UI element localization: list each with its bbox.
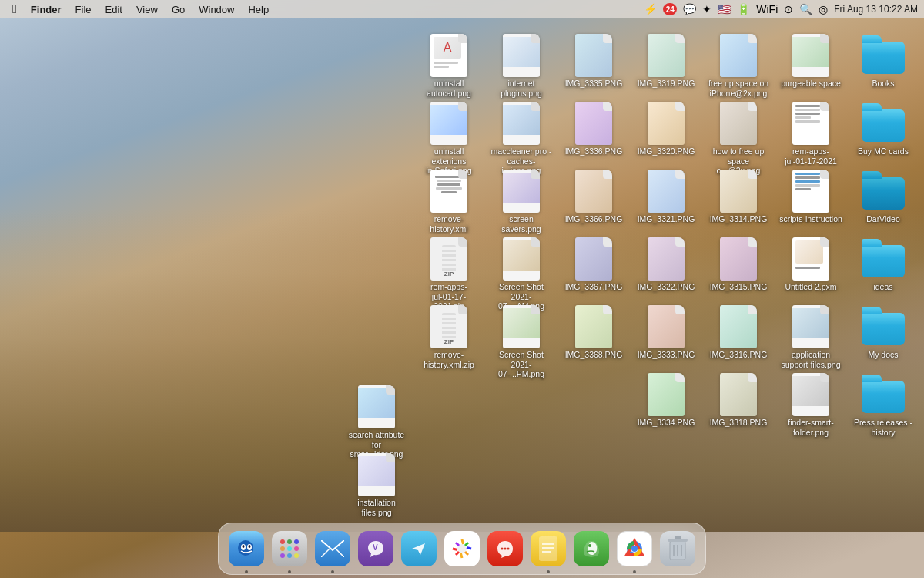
menu-left:  Finder File Edit View Go Window Help — [6, 2, 644, 17]
desktop-icon-screen-savers[interactable]: screen savers.png — [487, 166, 556, 234]
reeder-icon[interactable]: ⚡ — [644, 3, 657, 15]
desktop-icon-img-3334[interactable]: IMG_3334.PNG — [631, 370, 701, 438]
dock-item-photos[interactable] — [442, 529, 482, 569]
battery-icon[interactable]: 🔋 — [737, 3, 750, 15]
desktop-icon-darvideo[interactable]: DarVideo — [849, 166, 918, 234]
menu-bar:  Finder File Edit View Go Window Help ⚡… — [0, 0, 924, 18]
dock-item-chrome[interactable] — [614, 529, 654, 569]
desktop-icon-img-3321[interactable]: IMG_3321.PNG — [631, 166, 701, 234]
dock-item-finder[interactable] — [226, 529, 266, 569]
desktop-icon-uninstall-autocad[interactable]: A uninstallautocad.png — [414, 31, 484, 99]
svg-point-30 — [631, 546, 638, 552]
icon-col-3: IMG_3335.PNG IMG_3336.PNG IMG_3366.PNG I… — [559, 31, 628, 370]
svg-point-12 — [287, 553, 292, 558]
desktop-icon-img-3368[interactable]: IMG_3368.PNG — [559, 302, 628, 370]
svg-rect-23 — [539, 536, 557, 561]
svg-line-15 — [321, 549, 330, 557]
desktop-icon-img-3316[interactable]: IMG_3316.PNG — [704, 302, 773, 370]
desktop-icon-rem-apps-jul17[interactable]: rem-apps-jul-01-17-2021 — [776, 99, 845, 166]
dock-dot-launchpad — [288, 570, 291, 573]
desktop-icon-img-3318[interactable]: IMG_3318.PNG — [704, 370, 773, 438]
svg-point-6 — [287, 539, 292, 544]
dock-item-viber[interactable]: V — [356, 529, 396, 569]
svg-point-13 — [294, 553, 299, 558]
desktop-icon-img-3367[interactable]: IMG_3367.PNG — [559, 234, 628, 302]
messages-icon[interactable]: 💬 — [683, 3, 696, 15]
svg-point-5 — [280, 539, 285, 544]
dock-item-notes[interactable] — [528, 529, 568, 569]
siri-icon[interactable]: ◎ — [819, 3, 828, 15]
search-icon[interactable]: 🔍 — [799, 3, 812, 15]
desktop-icon-img-3335[interactable]: IMG_3335.PNG — [559, 31, 628, 99]
desktop-icon-img-3315[interactable]: IMG_3315.PNG — [704, 234, 773, 302]
desktop-icon-how-to-free-up[interactable]: how to free upspace o...@2x.png — [704, 99, 773, 166]
menu-right: ⚡ 24 💬 ✦ 🇺🇸 🔋 WiFi ⊙ 🔍 ◎ Fri Aug 13 10:2… — [644, 3, 918, 15]
desktop-icon-purgeable-space[interactable]: purgeable space — [776, 31, 845, 99]
svg-point-8 — [280, 546, 285, 551]
icon-col-6: purgeable space rem-apps-jul-01-17-20 — [776, 31, 845, 438]
desktop-icon-internet-plugins[interactable]: internetplugins.png — [487, 31, 556, 99]
desktop-icon-application-support[interactable]: applicationsupport files.png — [776, 302, 845, 370]
desktop-icon-screenshot-am[interactable]: Screen Shot2021-07-...AM.png — [487, 234, 556, 302]
desktop-icon-img-3319[interactable]: IMG_3319.PNG — [631, 31, 701, 99]
desktop-icon-img-3320[interactable]: IMG_3320.PNG — [631, 99, 701, 166]
menu-window[interactable]: Window — [192, 2, 240, 17]
desktop-icon-free-up-iphone[interactable]: free up space oniPhone@2x.png — [704, 31, 773, 99]
dock-dot-finder — [245, 570, 248, 573]
svg-point-7 — [294, 539, 299, 544]
dock-dot-mail — [331, 570, 334, 573]
icon-col-4: IMG_3319.PNG IMG_3320.PNG IMG_3321.PNG I… — [631, 31, 701, 438]
desktop-icon-img-3314[interactable]: IMG_3314.PNG — [704, 166, 773, 234]
control-center-icon[interactable]: ⊙ — [784, 3, 793, 15]
menu-help[interactable]: Help — [242, 2, 275, 17]
desktop-icon-rem-apps-zip[interactable]: ZIP rem-apps-jul-01-17-2021.zip — [414, 234, 484, 302]
desktop-icon-remove-history-xml[interactable]: remove-history.xml — [414, 166, 484, 234]
desktop-icon-installation[interactable]: installationfiles.png — [342, 450, 411, 518]
svg-point-11 — [280, 553, 285, 558]
desktop-icon-buy-mc-cards[interactable]: Buy MC cards — [849, 99, 918, 166]
desktop-icon-finder-smart-folder[interactable]: finder-smart-folder.png — [776, 370, 845, 438]
wifi-icon[interactable]: WiFi — [756, 3, 778, 15]
dock-item-launchpad[interactable] — [270, 529, 310, 569]
dock-item-speeko[interactable] — [485, 529, 525, 569]
menu-view[interactable]: View — [130, 2, 164, 17]
icon-col-2: internetplugins.png maccleaner pro -cach… — [487, 31, 556, 370]
desktop-icon-img-3322[interactable]: IMG_3322.PNG — [631, 234, 701, 302]
dock-item-evernote[interactable] — [571, 529, 611, 569]
dock-item-trash[interactable] — [658, 529, 698, 569]
svg-point-27 — [588, 544, 591, 547]
badge-icon[interactable]: 24 — [663, 3, 677, 15]
icon-col-7: Books Buy MC cards DarVideo — [849, 31, 918, 438]
desktop-icons: search attributefor smar...lder.png inst… — [0, 25, 924, 516]
svg-point-9 — [287, 546, 292, 551]
desktop-icon-my-docs[interactable]: My docs — [849, 302, 918, 370]
desktop-icon-press-releases-history[interactable]: Press releases -history — [849, 370, 918, 438]
desktop-icon-scripts-instruction[interactable]: scripts-instruction — [776, 166, 845, 234]
desktop-icon-uninstall-extensions[interactable]: uninstall extenionsin Safari.png — [414, 99, 484, 166]
flag-icon[interactable]: 🇺🇸 — [718, 3, 731, 15]
svg-point-10 — [294, 546, 299, 551]
desktop-icon-screenshot-pm[interactable]: Screen Shot2021-07-...PM.png — [487, 302, 556, 370]
dock-item-mail[interactable] — [313, 529, 353, 569]
desktop-icon-untitled2-pxm[interactable]: Untitled 2.pxm — [776, 234, 845, 302]
desktop-icon-ideas[interactable]: ideas — [849, 234, 918, 302]
dock-item-telegram[interactable] — [399, 529, 439, 569]
desktop-icon-img-3333[interactable]: IMG_3333.PNG — [631, 302, 701, 370]
desktop-icon-img-3336[interactable]: IMG_3336.PNG — [559, 99, 628, 166]
desktop-icon-search-attribute[interactable]: search attributefor smar...lder.png — [342, 382, 411, 450]
icon-col-extra: search attributefor smar...lder.png inst… — [342, 382, 411, 518]
menu-finder[interactable]: Finder — [25, 2, 68, 17]
menu-go[interactable]: Go — [166, 2, 191, 17]
dock: V — [218, 523, 706, 575]
desktop-icon-books[interactable]: Books — [849, 31, 918, 99]
apple-menu[interactable]:  — [6, 2, 23, 16]
svg-point-3 — [243, 545, 245, 548]
menu-file[interactable]: File — [69, 2, 98, 17]
desktop-icon-img-3366[interactable]: IMG_3366.PNG — [559, 166, 628, 234]
desktop-icon-maccleaner[interactable]: maccleaner pro -caches-i...ions.png — [487, 99, 556, 166]
menu-edit[interactable]: Edit — [99, 2, 129, 17]
svg-text:V: V — [373, 543, 378, 552]
desktop-icon-remove-history-zip[interactable]: ZIP remove-history.xml.zip — [414, 302, 484, 370]
dock-dot-notes — [547, 570, 550, 573]
bluetooth-icon[interactable]: ✦ — [702, 3, 711, 15]
